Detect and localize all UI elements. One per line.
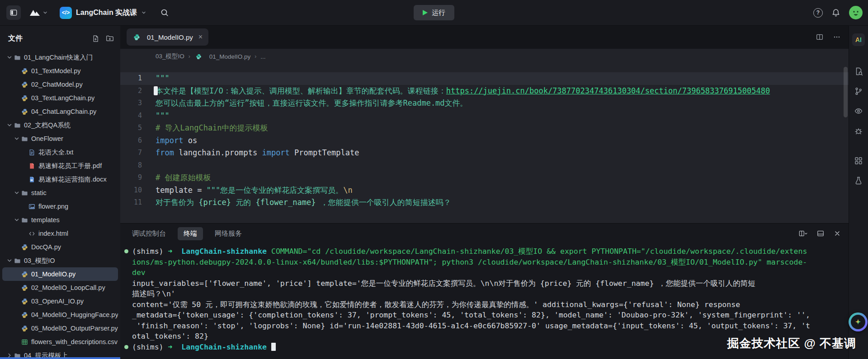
avatar[interactable] [849,6,863,19]
tree-item[interactable]: W易速鲜花运营指南.docx [2,173,118,186]
terminal-line: input_variables=['flower_name', 'price']… [132,278,849,289]
tree-item[interactable]: 03_模型IO [2,254,118,267]
tree-item[interactable]: 02_文档QA系统 [2,118,118,132]
line-number: 10 [120,184,142,197]
close-icon[interactable]: × [198,33,203,41]
tree-item[interactable]: 03_TextLangChain.py [2,91,118,105]
code-line[interactable]: 3您可以点击最上方的“运行”按钮，直接运行该文件。更多操作指引请参考Readme… [120,97,849,110]
breadcrumb-symbol[interactable]: ... [260,53,265,60]
python-file-icon [20,81,29,88]
code-line[interactable]: 6import os [120,135,849,147]
chevron-down-icon [42,10,48,15]
breadcrumb-file[interactable]: 01_ModelIO.py [209,53,251,60]
tree-item[interactable]: static [2,186,118,200]
editor-tab[interactable]: 01_ModelIO.py × [127,28,208,46]
code-text: 对于售价为 {price} 元的 {flower_name} ，您能提供一个吸引… [142,196,451,209]
code-text: 您可以点击最上方的“运行”按钮，直接运行该文件。更多操作指引请参考Readme.… [142,97,468,110]
project-switcher[interactable]: </> LangChain 实战课 [60,7,146,19]
chevron-down-icon[interactable] [13,135,20,142]
file-explorer-sidebar: 文件 01_LangChain快速入门01_TextModel.py02_Cha… [0,25,121,359]
code-line[interactable]: 8 [120,159,849,172]
python-file-icon [20,325,29,332]
code-line[interactable]: 5# 导入LangChain中的提示模板 [120,122,849,135]
tree-item[interactable]: DocQA.py [2,240,118,254]
code-line[interactable]: 9# 创建原始模板 [120,172,849,184]
python-file-icon [20,68,29,75]
chevron-down-icon[interactable] [13,190,20,196]
breadcrumb: 03_模型IO › 01_ModelIO.py › ... [120,49,849,64]
tree-item[interactable]: 易速鲜花员工手册.pdf [2,159,118,173]
line-number: 6 [120,135,142,147]
global-search-button[interactable] [160,8,169,17]
tree-item[interactable]: OneFlower [2,132,118,145]
code-editor[interactable]: 1"""2本文件是【模型I/O：输入提示、调用模型、解析输出】章节的配套代码。课… [120,64,849,223]
toggle-sidebar-button[interactable] [6,5,21,20]
code-project-icon: </> [60,7,72,19]
terminal-line: (shims) ➜ LangChain-shizhanke COMMAND="c… [132,246,849,257]
tree-item[interactable]: 01_TextModel.py [2,64,118,78]
more-actions-icon[interactable] [833,33,841,41]
panel-tab-debug-console[interactable]: 调试控制台 [132,229,166,238]
code-line[interactable]: 2本文件是【模型I/O：输入提示、调用模型、解析输出】章节的配套代码。课程链接：… [120,85,849,98]
tree-item[interactable]: flower.png [2,200,118,213]
terminal-line: dev [132,267,849,278]
tree-item[interactable]: templates [2,213,118,227]
assistant-floating-badge[interactable]: ✦ [849,312,868,331]
terminal-line: content='仅需 50 元，即可拥有这束娇艳欲滴的玫瑰，它如爱情的使者，散… [132,299,849,310]
eye-icon[interactable] [854,107,863,116]
debug-icon[interactable] [854,126,863,135]
tree-item-label: 03_OpenAI_IO.py [31,298,84,305]
new-folder-icon[interactable] [106,34,114,42]
split-editor-icon[interactable] [816,33,824,41]
line-number: 1 [120,72,142,85]
tree-item[interactable]: 05_ModelIO_OutputParser.py [2,322,118,335]
panel-tab-terminal[interactable]: 终端 [178,227,203,240]
code-line[interactable]: 11对于售价为 {price} 元的 {flower_name} ，您能提供一个… [120,196,849,209]
source-control-icon[interactable] [854,87,863,96]
python-file-icon [20,244,29,251]
code-line[interactable]: 10template = """您是一位专业的鲜花店文案撰写员。\n [120,184,849,197]
chevron-down-icon[interactable] [13,217,20,223]
folder-icon [13,257,22,264]
code-line[interactable]: 4""" [120,110,849,122]
folder-icon [13,54,22,61]
text-file-icon [28,149,36,156]
terminal-line: ions/ms-python.debugpy-2024.0.0-linux-x6… [132,257,849,268]
bell-icon[interactable] [831,8,840,17]
flask-icon[interactable] [854,176,863,185]
help-icon[interactable]: ? [813,8,823,18]
tree-item[interactable]: 花语大全.txt [2,145,118,159]
tree-item[interactable]: 01_LangChain快速入门 [2,51,118,64]
panel-tab-network[interactable]: 网络服务 [215,229,242,238]
chevron-down-icon[interactable] [6,54,13,61]
right-toolbar: AI [849,25,868,359]
tree-item[interactable]: 03_OpenAI_IO.py [2,294,118,308]
ide-logo[interactable] [29,8,48,17]
folder-icon [13,122,22,129]
editor-scrollbar[interactable] [844,67,848,117]
split-terminal-icon[interactable] [798,229,807,238]
new-file-icon[interactable] [92,35,99,42]
tree-item[interactable]: flowers_with_descriptions.csv [2,335,118,349]
panel-layout-icon[interactable] [816,229,825,238]
chevron-down-icon[interactable] [6,257,13,264]
tree-item[interactable]: 04_ChatLangChain.py [2,105,118,118]
tree-item[interactable]: 01_ModelIO.py [2,267,118,281]
code-line[interactable]: 1""" [120,72,849,85]
ai-logo-icon[interactable]: AI [852,33,865,46]
tree-item-label: 02_ModelIO_LoopCall.py [31,284,105,291]
code-line[interactable]: 7from langchain.prompts import PromptTem… [120,147,849,159]
tree-item[interactable]: index.html [2,227,118,240]
code-text: from langchain.prompts import PromptTemp… [142,147,359,159]
tree-item[interactable]: 02_ModelIO_LoopCall.py [2,281,118,294]
breadcrumb-folder[interactable]: 03_模型IO [156,52,184,61]
close-icon[interactable] [834,230,841,237]
run-button[interactable]: 运行 [414,5,454,20]
tree-item[interactable]: 02_ChatModel.py [2,78,118,91]
extensions-icon[interactable] [854,156,863,165]
tree-item-label: 03_模型IO [24,256,55,265]
chevron-down-icon[interactable] [6,122,13,128]
file-search-icon[interactable] [854,67,863,76]
tree-item-label: templates [31,216,60,224]
tree-item[interactable]: 04_ModelIO_HuggingFace.py [2,308,118,322]
